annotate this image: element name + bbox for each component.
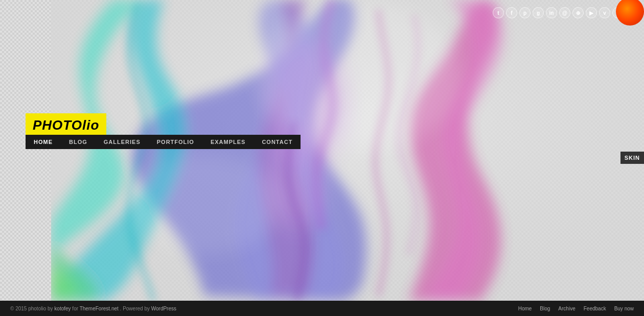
nav-item-portfolio[interactable]: PORTFOLIO [149, 135, 202, 149]
footer-home-link[interactable]: Home [518, 306, 532, 311]
nav-item-galleries[interactable]: GALLERIES [96, 135, 149, 149]
footer-buynow-link[interactable]: Buy now [614, 306, 634, 311]
powered-text: . Powered by [120, 306, 151, 311]
footer-blog-link[interactable]: Blog [540, 306, 550, 311]
nav-item-blog[interactable]: BLOG [61, 135, 96, 149]
copyright-text: © 2015 photolio by [10, 306, 54, 311]
google-icon[interactable]: g [533, 7, 544, 18]
footer-archive-link[interactable]: Archive [558, 306, 575, 311]
footer-feedback-link[interactable]: Feedback [584, 306, 606, 311]
skin-button[interactable]: SKIN [620, 152, 644, 164]
author-link[interactable]: kotofey [54, 306, 71, 311]
footer-links: Home Blog Archive Feedback Buy now [518, 306, 634, 311]
mail-icon[interactable]: @ [559, 7, 570, 18]
for-text: for [72, 306, 79, 311]
vimeo-icon[interactable]: v [599, 7, 610, 18]
hero-image [51, 0, 644, 301]
nav-item-home[interactable]: HOME [26, 135, 61, 149]
svg-point-4 [256, 0, 460, 153]
facebook-icon[interactable]: f [506, 7, 517, 18]
nav-item-examples[interactable]: EXAMPLES [202, 135, 254, 149]
main-nav: HOME BLOG GALLERIES PORTFOLIO EXAMPLES C… [26, 135, 301, 149]
footer: © 2015 photolio by kotofey for ThemeFore… [0, 301, 644, 316]
linkedin-icon[interactable]: in [546, 7, 557, 18]
site-logo[interactable]: PHOTOlio [26, 113, 106, 137]
youtube-icon[interactable]: ▶ [586, 7, 597, 18]
pinterest-icon[interactable]: p [519, 7, 531, 18]
footer-copyright: © 2015 photolio by kotofey for ThemeFore… [10, 306, 176, 311]
twitter-icon[interactable]: t [493, 7, 504, 18]
rss-icon[interactable]: ⊕ [572, 7, 584, 18]
wordpress-link[interactable]: WordPress [151, 306, 176, 311]
nav-item-contact[interactable]: CONTACT [254, 135, 301, 149]
svg-point-5 [128, 153, 281, 255]
social-bar: t f p g in @ ⊕ ▶ v T [493, 7, 624, 18]
themeforest-link[interactable]: ThemeForest.net [80, 306, 119, 311]
